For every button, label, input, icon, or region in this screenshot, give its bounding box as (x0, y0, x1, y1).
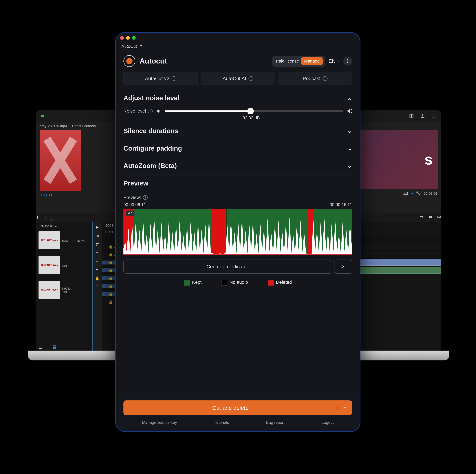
noise-level-label: Noise level (123, 108, 146, 114)
footer-link-licence[interactable]: Manage licence key (142, 420, 177, 425)
chevron-down-icon (347, 163, 352, 168)
zoom-icon[interactable] (132, 36, 136, 40)
tab-autocut-v2[interactable]: AutoCut v2i (123, 72, 198, 85)
preview-tc-end: 00:00:16.11 (330, 202, 352, 207)
svg-point-11 (347, 61, 348, 62)
info-icon[interactable]: i (249, 76, 253, 81)
bracket-in-icon[interactable]: { (45, 215, 46, 220)
footer-link-logout[interactable]: Logout (322, 420, 334, 425)
svg-point-12 (347, 62, 348, 63)
section-autozoom-header[interactable]: AutoZoom (Beta) (123, 157, 352, 174)
next-segment-button[interactable] (334, 260, 352, 274)
program-timecode: 00:03:03 (424, 191, 438, 196)
info-icon[interactable]: i (143, 195, 148, 200)
legend-swatch-deleted (268, 280, 274, 286)
source-tab-clip[interactable]: amy-23-976.mp4 (40, 124, 67, 128)
section-padding-header[interactable]: Configure padding (123, 140, 352, 157)
source-timecode[interactable]: 0:00:00 (40, 193, 52, 197)
mark-in-icon[interactable] (36, 215, 40, 219)
svg-point-4 (439, 217, 440, 218)
svg-rect-3 (438, 216, 441, 218)
center-on-indicator-button[interactable]: Center on indicator (123, 260, 331, 274)
bin-header[interactable]: 976 fps (38, 224, 49, 228)
hand-tool-icon[interactable]: ✋ (95, 276, 99, 280)
tedx-x-icon (44, 135, 77, 185)
bin-clip-2[interactable]: TEDx UTTroyes (38, 256, 60, 274)
selection-tool-icon[interactable]: ▶ (95, 225, 99, 229)
bin-clip-1[interactable]: TEDx UTTroyes (38, 231, 60, 249)
window-traffic-lights (116, 33, 360, 43)
audio-clip[interactable] (352, 267, 441, 273)
volume-low-icon[interactable] (156, 108, 161, 114)
waveform-preview[interactable]: A4 (123, 209, 352, 255)
preview-sub-label: Preview: (123, 195, 141, 200)
panel-menu-icon[interactable]: ≡ (140, 44, 142, 49)
workspace-icon[interactable] (409, 114, 414, 118)
language-dropdown[interactable]: EN (328, 58, 340, 64)
info-icon[interactable]: i (172, 76, 176, 81)
share-icon[interactable] (420, 114, 425, 118)
minimize-icon[interactable] (126, 36, 130, 40)
license-status: Paid license (276, 59, 299, 64)
source-preview-thumb (40, 130, 81, 191)
tab-podcast[interactable]: Podcasti (278, 72, 352, 85)
slider-knob[interactable] (247, 108, 254, 114)
new-bin-icon[interactable] (38, 345, 42, 349)
footer-link-tutorials[interactable]: Tutorials (214, 420, 229, 425)
traffic-light-green (41, 115, 44, 117)
section-noise-header[interactable]: Adjust noise level (123, 89, 352, 107)
manage-license-button[interactable]: Manage (301, 57, 323, 65)
cut-and-delete-button[interactable]: Cut and delete (123, 400, 352, 415)
chevron-down-icon (347, 146, 352, 151)
svg-rect-2 (429, 217, 432, 218)
section-silence-header[interactable]: Silence durations (123, 122, 352, 140)
source-tab-effect-controls[interactable]: Effect Controls (72, 124, 96, 128)
section-preview-header: Preview (123, 174, 352, 192)
svg-rect-5 (39, 346, 42, 348)
insert-icon[interactable] (419, 215, 423, 219)
bin-clip-3-name: 3-976.m… (62, 287, 75, 290)
list-view-icon[interactable] (45, 345, 49, 349)
tab-autocut-ai[interactable]: AutoCut AIi (201, 72, 275, 85)
bin-clip-2-dur: 3:01 (62, 264, 67, 268)
preview-legend: Kept No audio Deleted (123, 274, 352, 287)
autocut-footer: Cut and delete Manage licence key Tutori… (116, 395, 360, 431)
footer-link-bug[interactable]: Bug report (266, 420, 285, 425)
svg-rect-8 (53, 347, 54, 349)
track-select-tool-icon[interactable]: ⇥ (95, 233, 99, 238)
volume-high-icon[interactable] (347, 108, 352, 114)
pen-tool-icon[interactable]: ✒ (95, 268, 99, 272)
legend-swatch-kept (184, 280, 190, 286)
overwrite-icon[interactable] (428, 215, 432, 219)
kebab-icon (347, 59, 348, 63)
chevron-down-icon (347, 129, 352, 134)
export-frame-icon[interactable] (437, 215, 441, 219)
waveform-path (123, 209, 352, 255)
license-pill: Paid license Manage (272, 56, 325, 67)
bin-clip-1-name: itocou…3.976 fps (62, 239, 85, 243)
icon-view-icon[interactable] (52, 345, 56, 349)
bin-clip-3[interactable]: TEDx UTTroyes (38, 281, 60, 299)
preview-tc-start: 00:00:06.11 (123, 202, 146, 207)
chevron-right-icon (341, 264, 345, 269)
bin-clip-3-dur: 3:01 (62, 290, 75, 294)
program-text-overlay: s (425, 151, 433, 168)
slip-tool-icon[interactable]: ↔ (95, 259, 99, 263)
cut-button-dropdown[interactable] (338, 406, 352, 410)
close-icon[interactable] (120, 36, 124, 40)
razor-tool-icon[interactable]: ✂ (95, 251, 99, 255)
bracket-out-icon[interactable]: } (51, 215, 53, 220)
noise-level-value: -32.02 dB (241, 115, 260, 120)
more-menu-button[interactable] (343, 57, 352, 66)
type-tool-icon[interactable]: T (95, 285, 99, 289)
menu-icon[interactable] (432, 114, 436, 118)
ripple-tool-icon[interactable]: ⇄ (95, 242, 99, 246)
noise-level-slider[interactable]: -32.02 dB (165, 110, 343, 112)
info-icon[interactable]: i (148, 109, 153, 113)
program-scale[interactable]: 1/2 (403, 191, 408, 196)
info-icon[interactable]: i (323, 76, 327, 81)
preview-track-badge: A4 (126, 210, 135, 216)
video-clip[interactable] (352, 259, 441, 266)
app-name: Autocut (140, 57, 167, 65)
project-bin: 976 fps ≡ » TEDx UTTroyes itocou…3.976 f… (36, 222, 92, 351)
